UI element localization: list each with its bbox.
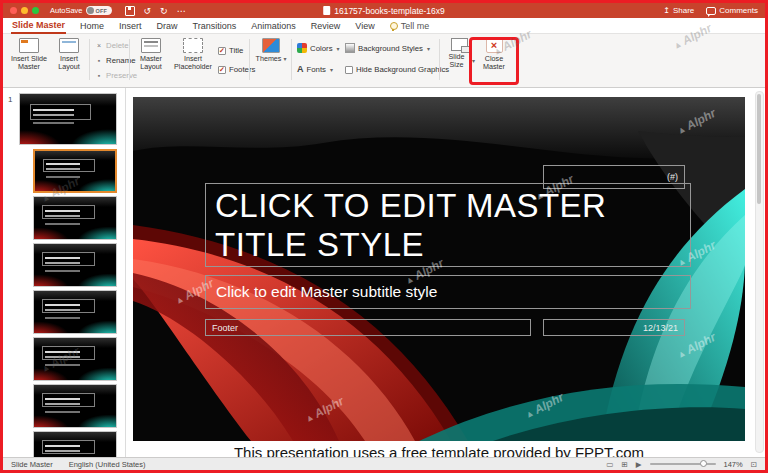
slide-master-thumbnail[interactable]	[19, 93, 117, 145]
layout-thumbnail[interactable]	[33, 384, 117, 428]
ribbon-separator	[291, 39, 292, 80]
preserve-button[interactable]: ▪ Preserve	[95, 71, 137, 80]
hide-background-graphics-checkbox[interactable]: Hide Background Graphics	[345, 65, 449, 74]
quick-access-toolbar: ↺ ↻ ⋯	[125, 6, 186, 16]
title-bar: AutoSave OFF ↺ ↻ ⋯ 161757-books-template…	[3, 3, 765, 18]
master-layout-button[interactable]: Master Layout	[133, 38, 169, 72]
fonts-dropdown[interactable]: A Fonts ▾	[297, 64, 333, 74]
tab-insert[interactable]: Insert	[118, 19, 143, 33]
layout-thumbnail[interactable]	[33, 337, 117, 381]
slide-artwork	[133, 97, 745, 441]
thumbnail-preview	[34, 385, 116, 427]
document-title: 161757-books-template-16x9	[323, 6, 445, 16]
normal-view-icon[interactable]: ▭	[606, 460, 613, 469]
autosave-toggle[interactable]: OFF	[86, 6, 112, 15]
layout-thumbnail[interactable]	[33, 196, 117, 240]
ribbon: Insert Slide Master Insert Layout × Dele…	[3, 34, 765, 88]
comments-button[interactable]: Comments	[706, 6, 758, 15]
thumbnail-preview	[34, 338, 116, 380]
autosave-control: AutoSave OFF	[50, 6, 112, 15]
title-placeholder-text: CLICK TO EDIT MASTER TITLE STYLE	[215, 187, 606, 263]
maximize-window-button[interactable]	[32, 7, 39, 14]
vertical-scrollbar[interactable]	[755, 91, 764, 453]
template-credit-text: This presentation uses a free template p…	[133, 444, 745, 457]
thumbnail-preview	[20, 94, 116, 144]
delete-button[interactable]: × Delete	[95, 41, 129, 50]
redo-icon[interactable]: ↻	[160, 6, 168, 16]
language-selector[interactable]: English (United States)	[69, 460, 146, 469]
layout-thumbnail[interactable]	[33, 243, 117, 287]
slideshow-view-icon[interactable]: ▶	[636, 460, 642, 469]
colors-label: Colors	[310, 44, 333, 53]
more-commands-icon[interactable]: ⋯	[177, 6, 186, 16]
chevron-down-icon: ▾	[330, 66, 333, 73]
ribbon-separator	[439, 39, 440, 80]
insert-placeholder-button[interactable]: Insert Placeholder	[171, 38, 215, 72]
tab-slide-master[interactable]: Slide Master	[11, 18, 66, 34]
layout-thumbnail-selected[interactable]	[33, 149, 117, 193]
tab-tell-me[interactable]: Tell me	[389, 19, 431, 33]
autosave-label: AutoSave	[50, 6, 83, 15]
delete-icon: ×	[95, 42, 103, 49]
thumbnail-preview	[34, 197, 116, 239]
insert-layout-icon	[59, 38, 79, 53]
scrollbar-thumb[interactable]	[757, 94, 761, 204]
tab-draw[interactable]: Draw	[156, 19, 179, 33]
rename-label: Rename	[106, 56, 135, 65]
save-icon[interactable]	[125, 6, 135, 16]
zoom-slider-knob[interactable]	[700, 460, 707, 467]
layout-thumbnail[interactable]	[33, 431, 117, 457]
close-window-button[interactable]	[10, 7, 17, 14]
status-bar: Slide Master English (United States) ▭ ⊞…	[3, 457, 765, 470]
ribbon-separator	[249, 39, 250, 80]
undo-icon[interactable]: ↺	[144, 6, 152, 16]
delete-label: Delete	[106, 41, 129, 50]
chevron-down-icon: ▾	[283, 56, 286, 63]
colors-dropdown[interactable]: Colors ▾	[297, 43, 340, 53]
insert-slide-master-label: Insert Slide Master	[9, 55, 49, 72]
fonts-label: Fonts	[307, 65, 327, 74]
minimize-window-button[interactable]	[21, 7, 28, 14]
checkbox-unchecked-icon	[345, 66, 353, 74]
tab-view[interactable]: View	[354, 19, 375, 33]
tell-me-label: Tell me	[401, 21, 430, 31]
slide-sorter-view-icon[interactable]: ⊞	[621, 460, 627, 469]
status-view-label: Slide Master	[11, 460, 53, 469]
background-styles-label: Background Styles	[358, 44, 423, 53]
background-styles-dropdown[interactable]: Background Styles ▾	[345, 43, 430, 53]
date-placeholder[interactable]: 12/13/21	[543, 319, 685, 336]
slide-master-editor[interactable]: (#) CLICK TO EDIT MASTER TITLE STYLE Cli…	[133, 97, 745, 441]
slide-thumbnail-panel: 1	[3, 87, 126, 457]
insert-slide-master-button[interactable]: Insert Slide Master	[9, 38, 49, 72]
fit-to-window-icon[interactable]: ⊡	[751, 460, 757, 469]
tab-review[interactable]: Review	[310, 19, 342, 33]
powerpoint-window: AutoSave OFF ↺ ↻ ⋯ 161757-books-template…	[0, 0, 768, 473]
chevron-down-icon: ▾	[337, 45, 340, 52]
tab-animations[interactable]: Animations	[250, 19, 297, 33]
share-icon: ↥	[663, 6, 670, 15]
comments-label: Comments	[719, 6, 758, 15]
zoom-percentage[interactable]: 147%	[724, 460, 743, 469]
document-icon	[323, 6, 330, 15]
rename-icon: ▪	[95, 57, 103, 64]
insert-layout-button[interactable]: Insert Layout	[51, 38, 87, 72]
tab-home[interactable]: Home	[79, 19, 105, 33]
slide-editing-canvas: (#) CLICK TO EDIT MASTER TITLE STYLE Cli…	[125, 87, 765, 457]
date-placeholder-text: 12/13/21	[643, 323, 678, 333]
thumbnail-preview	[34, 291, 116, 333]
tab-transitions[interactable]: Transitions	[192, 19, 238, 33]
share-button[interactable]: ↥ Share	[663, 6, 694, 15]
preserve-icon: ▪	[95, 72, 103, 79]
master-layout-icon	[141, 38, 161, 53]
layout-thumbnail[interactable]	[33, 290, 117, 334]
master-number-label: 1	[8, 95, 12, 104]
footer-placeholder-text: Footer	[212, 323, 238, 333]
subtitle-placeholder[interactable]: Click to edit Master subtitle style	[205, 275, 691, 309]
background-styles-icon	[345, 43, 355, 53]
title-placeholder[interactable]: CLICK TO EDIT MASTER TITLE STYLE	[205, 183, 691, 267]
zoom-slider[interactable]	[650, 463, 716, 465]
title-checkbox[interactable]: ✓ Title	[218, 46, 243, 55]
themes-button[interactable]: Themes ▾	[253, 38, 289, 63]
footer-placeholder[interactable]: Footer	[205, 319, 531, 336]
insert-placeholder-icon	[183, 38, 203, 53]
